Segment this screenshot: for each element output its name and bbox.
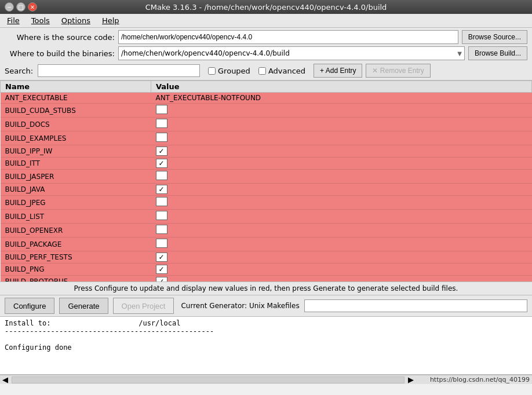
- advanced-checkbox[interactable]: [258, 67, 266, 75]
- remove-entry-button[interactable]: ✕ Remove Entry: [366, 64, 430, 78]
- log-line: [5, 335, 527, 343]
- table-row[interactable]: BUILD_JAVA✓: [1, 184, 532, 196]
- row-checkbox[interactable]: [156, 225, 167, 234]
- table-cell-name: BUILD_ITT: [1, 158, 151, 170]
- table-row[interactable]: BUILD_PNG✓: [1, 264, 532, 276]
- menu-help[interactable]: Help: [97, 15, 124, 26]
- table-cell-name: BUILD_PROTOBUF: [1, 276, 151, 283]
- table-cell-name: ANT_EXECUTABLE: [1, 93, 151, 104]
- table-cell-value[interactable]: ✓: [151, 264, 532, 276]
- table-row[interactable]: BUILD_PERF_TESTS✓: [1, 251, 532, 264]
- table-cell-value[interactable]: ✓: [151, 158, 532, 170]
- table-row[interactable]: BUILD_JPEG: [1, 196, 532, 210]
- table-cell-name: BUILD_JPEG: [1, 196, 151, 210]
- table-cell-name: BUILD_DOCS: [1, 118, 151, 131]
- search-row: Search: Grouped Advanced + Add Entry ✕ R…: [5, 64, 527, 78]
- row-checkbox[interactable]: ✓: [156, 147, 167, 156]
- source-input[interactable]: [118, 30, 458, 44]
- table-row[interactable]: BUILD_PROTOBUF✓: [1, 276, 532, 283]
- row-checkbox[interactable]: ✓: [156, 253, 167, 262]
- table-cell-value[interactable]: [151, 131, 532, 145]
- table-cell-value: ANT_EXECUTABLE-NOTFOUND: [151, 93, 532, 104]
- browse-build-button[interactable]: Browse Build...: [468, 46, 527, 60]
- close-button[interactable]: ✕: [28, 2, 37, 12]
- table-row[interactable]: BUILD_EXAMPLES: [1, 131, 532, 145]
- table-cell-value[interactable]: [151, 237, 532, 251]
- value-column-header: Value: [151, 81, 532, 93]
- table-row[interactable]: BUILD_DOCS: [1, 118, 532, 131]
- row-checkbox[interactable]: ✓: [156, 185, 167, 194]
- row-checkbox[interactable]: ✓: [156, 277, 167, 282]
- scroll-right-arrow[interactable]: ▶: [406, 375, 416, 384]
- table-row[interactable]: BUILD_JASPER: [1, 170, 532, 184]
- table-row[interactable]: ANT_EXECUTABLEANT_EXECUTABLE-NOTFOUND: [1, 93, 532, 104]
- window-title: CMake 3.16.3 - /home/chen/work/opencv440…: [39, 3, 493, 12]
- source-label: Where is the source code:: [5, 33, 115, 42]
- main-table-container: Name Value ANT_EXECUTABLEANT_EXECUTABLE-…: [0, 81, 532, 282]
- maximize-button[interactable]: □: [16, 2, 25, 12]
- table-cell-value[interactable]: [151, 170, 532, 184]
- menu-options[interactable]: Options: [57, 15, 95, 26]
- table-cell-value[interactable]: ✓: [151, 251, 532, 264]
- row-checkbox[interactable]: [156, 239, 167, 248]
- table-cell-value[interactable]: [151, 196, 532, 210]
- table-row[interactable]: BUILD_ITT✓: [1, 158, 532, 170]
- toolbar: Where is the source code: Browse Source.…: [0, 28, 532, 81]
- bottom-scroll-bar: ◀ ▶ https://blog.csdn.net/qq_40199: [0, 375, 532, 384]
- browse-source-button[interactable]: Browse Source...: [462, 30, 527, 44]
- menu-file[interactable]: File: [2, 15, 24, 26]
- table-row[interactable]: BUILD_LIST: [1, 210, 532, 224]
- row-checkbox[interactable]: [156, 133, 167, 142]
- table-row[interactable]: BUILD_CUDA_STUBS: [1, 104, 532, 118]
- h-scrollbar[interactable]: [12, 376, 405, 383]
- table-cell-name: BUILD_CUDA_STUBS: [1, 104, 151, 118]
- bottom-bar: Configure Generate Open Project Current …: [0, 295, 532, 317]
- table-cell-value[interactable]: [151, 118, 532, 131]
- row-checkbox[interactable]: [156, 211, 167, 220]
- row-checkbox[interactable]: ✓: [156, 265, 167, 274]
- table-cell-name: BUILD_PERF_TESTS: [1, 251, 151, 264]
- build-path-text: /home/chen/work/opencv440/opencv-4.4.0/b…: [121, 49, 290, 57]
- minimize-button[interactable]: ─: [5, 2, 14, 12]
- build-row: Where to build the binaries: /home/chen/…: [5, 46, 527, 60]
- title-bar-left: ─ □ ✕: [5, 2, 39, 12]
- build-label: Where to build the binaries:: [5, 49, 115, 58]
- grouped-checkbox[interactable]: [208, 67, 216, 75]
- build-input-dropdown[interactable]: /home/chen/work/opencv440/opencv-4.4.0/b…: [118, 46, 465, 60]
- table-cell-value[interactable]: [151, 104, 532, 118]
- table-cell-name: BUILD_JAVA: [1, 184, 151, 196]
- log-line: ----------------------------------------…: [5, 327, 527, 335]
- advanced-label: Advanced: [268, 67, 305, 75]
- table-row[interactable]: BUILD_PACKAGE: [1, 237, 532, 251]
- source-row: Where is the source code: Browse Source.…: [5, 30, 527, 44]
- generator-label: Current Generator: Unix Makefiles: [181, 302, 299, 310]
- row-checkbox[interactable]: [156, 119, 167, 128]
- row-checkbox[interactable]: [156, 197, 167, 206]
- table-cell-name: BUILD_PNG: [1, 264, 151, 276]
- scroll-left-arrow[interactable]: ◀: [0, 375, 10, 384]
- title-bar: ─ □ ✕ CMake 3.16.3 - /home/chen/work/ope…: [0, 0, 532, 14]
- table-cell-value[interactable]: [151, 210, 532, 224]
- table-cell-name: BUILD_LIST: [1, 210, 151, 224]
- menu-tools[interactable]: Tools: [27, 15, 54, 26]
- advanced-checkbox-group: Advanced: [258, 67, 305, 75]
- add-entry-button[interactable]: + Add Entry: [314, 64, 362, 78]
- row-checkbox[interactable]: [156, 171, 167, 180]
- generate-button[interactable]: Generate: [59, 298, 108, 314]
- table-row[interactable]: BUILD_IPP_IW✓: [1, 145, 532, 158]
- search-input[interactable]: [38, 64, 200, 77]
- progress-bar: [304, 299, 527, 312]
- table-cell-value[interactable]: ✓: [151, 184, 532, 196]
- row-checkbox[interactable]: [156, 105, 167, 114]
- status-bar: Press Configure to update and display ne…: [0, 282, 532, 295]
- main-table: Name Value ANT_EXECUTABLEANT_EXECUTABLE-…: [0, 81, 532, 282]
- table-cell-name: BUILD_EXAMPLES: [1, 131, 151, 145]
- log-area[interactable]: Install to: /usr/local------------------…: [0, 317, 532, 375]
- table-cell-value[interactable]: [151, 224, 532, 237]
- table-cell-value[interactable]: ✓: [151, 276, 532, 283]
- configure-button[interactable]: Configure: [5, 298, 54, 314]
- log-line: Install to: /usr/local: [5, 319, 527, 327]
- table-row[interactable]: BUILD_OPENEXR: [1, 224, 532, 237]
- row-checkbox[interactable]: ✓: [156, 159, 167, 168]
- table-cell-value[interactable]: ✓: [151, 145, 532, 158]
